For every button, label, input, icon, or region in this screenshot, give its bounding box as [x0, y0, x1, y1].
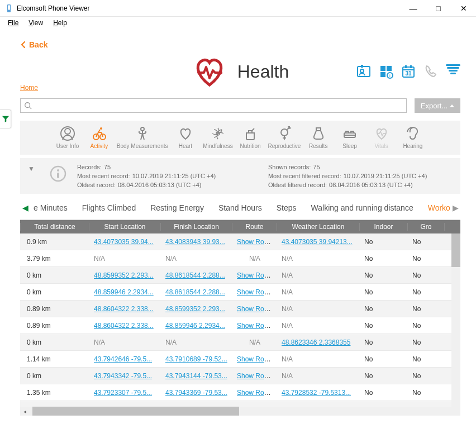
grid-icon[interactable]: i — [379, 64, 393, 79]
table-row[interactable]: 0.89 km48.8604322 2.338...48.859946 2.29… — [20, 317, 460, 334]
category-reproductive[interactable]: Reproductive — [268, 126, 301, 149]
body-icon — [135, 126, 150, 141]
category-vitals[interactable]: Vitals — [368, 126, 396, 149]
records-label: Records: — [77, 164, 102, 170]
category-activity[interactable]: Activity — [85, 126, 113, 149]
back-link[interactable]: Back — [20, 40, 47, 49]
cell: 48.8604322 2.338... — [89, 322, 161, 330]
table-row[interactable]: 0 km48.859946 2.2934...48.8618544 2.288.… — [20, 284, 460, 301]
table-row[interactable]: 3.79 kmN/AN/AN/AN/ANoNo — [20, 250, 460, 267]
table-row[interactable]: 0 km43.7943342 -79.5...43.7943144 -79.53… — [20, 368, 460, 384]
menu-stack-icon[interactable] — [446, 64, 460, 79]
menu-help[interactable]: Help — [49, 18, 72, 28]
cell: 1.3 km — [20, 406, 89, 407]
hscroll-left[interactable]: ◂ — [20, 407, 29, 416]
calendar-icon[interactable]: 31 — [401, 64, 416, 79]
oldest-f-label: Oldest filtered record: — [268, 182, 327, 188]
table-row[interactable]: 0 km48.8599352 2.293...48.8618544 2.288.… — [20, 267, 460, 284]
cell: 43.7923307 -79.5... — [89, 389, 161, 397]
minimize-button[interactable]: — — [401, 0, 426, 17]
category-nutrition[interactable]: Nutrition — [236, 126, 264, 149]
cell: No — [408, 372, 445, 380]
recent-label: Most recent record: — [77, 173, 130, 179]
cell: 0 km — [20, 271, 89, 279]
category-mindfulness[interactable]: Mindfulness — [203, 126, 232, 149]
menu-view[interactable]: View — [24, 18, 47, 28]
cell: 48.8604322 2.338... — [89, 305, 161, 313]
tab-workout[interactable]: Workout — [428, 203, 450, 212]
cell: 48.8599352 2.293... — [89, 271, 161, 279]
cell: N/A — [277, 288, 360, 296]
maximize-button[interactable]: □ — [426, 0, 451, 17]
search-box[interactable] — [20, 98, 407, 113]
category-label: Body Measurements — [117, 143, 168, 149]
table-row[interactable]: 1.35 km43.7923307 -79.5...43.7943369 -79… — [20, 384, 460, 401]
tab-flights-climbed[interactable]: Flights Climbed — [82, 203, 136, 212]
table-row[interactable]: 0.89 km48.8604322 2.338...48.8599352 2.2… — [20, 301, 460, 317]
chevron-left-icon — [20, 41, 27, 48]
breadcrumb-home[interactable]: Home — [20, 84, 38, 92]
sleep-icon — [342, 126, 357, 141]
tab-walking-and-running-distance[interactable]: Walking and running distance — [311, 203, 413, 212]
col-header[interactable]: Indoor — [360, 223, 408, 231]
page-title-group: Health — [192, 54, 289, 89]
col-header[interactable]: Total distance — [20, 223, 89, 231]
table-row[interactable]: 1.3 km55.7277807 37.60...55.7280055 37.6… — [20, 401, 460, 407]
tabs-scroll-left[interactable]: ◀ — [20, 203, 30, 212]
tab-resting-energy[interactable]: Resting Energy — [150, 203, 204, 212]
cell: N/A — [232, 339, 277, 346]
cell: No — [360, 305, 408, 313]
hscroll-thumb[interactable] — [32, 407, 239, 416]
vitals-icon — [374, 126, 389, 141]
cell: 55.7277975 37.60161... — [277, 406, 360, 407]
cell: Show Route — [232, 322, 277, 330]
col-header[interactable]: Finish Location — [161, 223, 232, 231]
cell: 0 km — [20, 372, 89, 380]
cell: 48.8618544 2.288... — [161, 288, 232, 296]
user-info-icon — [60, 126, 75, 141]
phone-icon[interactable] — [423, 64, 438, 79]
cell: No — [408, 339, 445, 346]
search-input[interactable] — [32, 102, 403, 109]
col-header[interactable]: Start Location — [89, 223, 161, 231]
cell: No — [360, 255, 408, 263]
export-button[interactable]: Export... — [415, 98, 460, 113]
contacts-icon[interactable] — [356, 64, 371, 79]
col-header[interactable]: Gro — [408, 223, 445, 231]
cell: 48.859946 2.2934... — [89, 288, 161, 296]
table-row[interactable]: 0.9 km43.4073035 39.94...43.4083943 39.9… — [20, 233, 460, 250]
svg-rect-1 — [8, 5, 10, 9]
category-body[interactable]: Body Measurements — [117, 126, 168, 149]
category-label: Activity — [91, 143, 108, 149]
nutrition-icon — [243, 126, 258, 141]
svg-rect-8 — [380, 72, 385, 77]
info-icon — [49, 165, 67, 183]
cell: 48.8618544 2.288... — [161, 271, 232, 279]
col-header[interactable]: Weather Location — [277, 223, 360, 231]
tab-steps[interactable]: Steps — [277, 203, 297, 212]
close-button[interactable]: ✕ — [451, 0, 476, 17]
tab-e-minutes[interactable]: e Minutes — [34, 203, 68, 212]
cell: Show Route — [232, 355, 277, 363]
category-heart[interactable]: Heart — [172, 126, 199, 149]
cell: 43.7928532 -79.5313... — [277, 389, 360, 397]
cell: 43.7910689 -79.52... — [161, 355, 232, 363]
tabs-scroll-right[interactable]: ▶ — [450, 203, 460, 212]
vertical-scrollbar-thumb[interactable] — [451, 233, 460, 267]
table-row[interactable]: 1.14 km43.7942646 -79.5...43.7910689 -79… — [20, 351, 460, 368]
window-titlebar: Elcomsoft Phone Viewer — □ ✕ — [0, 0, 476, 17]
horizontal-scrollbar[interactable]: ◂ ▸ — [20, 407, 460, 416]
category-hearing[interactable]: Hearing — [399, 126, 427, 149]
collapse-toggle[interactable]: ▼ — [28, 165, 35, 173]
menu-file[interactable]: File — [3, 18, 23, 28]
col-header[interactable]: Route — [232, 223, 277, 231]
cell: Show Route — [232, 389, 277, 397]
category-user-info[interactable]: User Info — [54, 126, 82, 149]
app-icon — [4, 4, 13, 13]
table-row[interactable]: 0 kmN/AN/AN/A48.8623346 2.3368355NoNo — [20, 334, 460, 351]
tab-stand-hours[interactable]: Stand Hours — [218, 203, 262, 212]
category-results[interactable]: Results — [304, 126, 332, 149]
oldest-value: 08.04.2016 05:03:13 (UTC +4) — [118, 182, 202, 188]
cell: No — [360, 372, 408, 380]
category-sleep[interactable]: Sleep — [336, 126, 364, 149]
